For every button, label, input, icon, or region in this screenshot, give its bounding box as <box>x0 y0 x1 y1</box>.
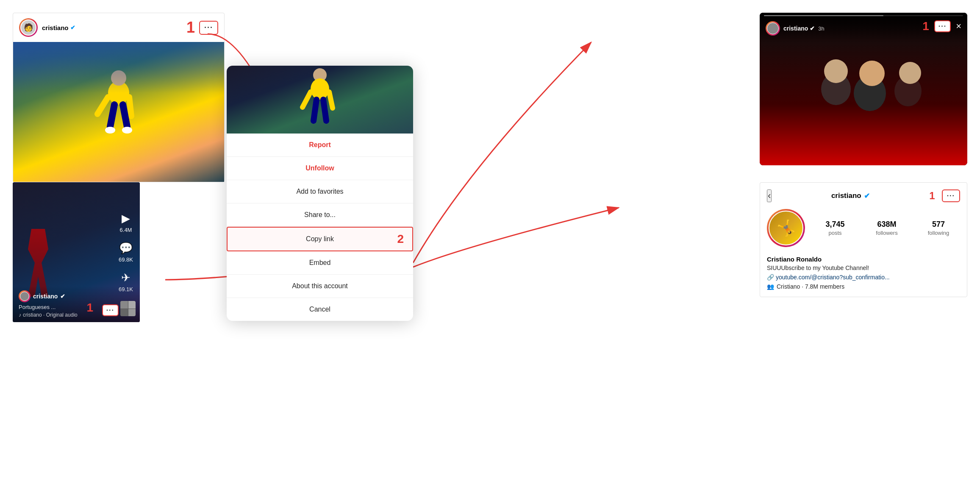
report-option[interactable]: Report <box>227 134 413 157</box>
copy-link-option[interactable]: Copy link 2 <box>227 227 413 251</box>
post-more-button[interactable]: ··· <box>199 21 218 35</box>
story-verified: ✔ <box>810 25 815 32</box>
reel-views-stat: ▶ 6.4M <box>120 212 132 233</box>
annotation-label-1: 1 <box>186 19 195 36</box>
modal-player-silhouette <box>292 66 347 134</box>
profile-actions: 1 ··· <box>929 189 960 202</box>
stat-posts: 3,745 posts <box>813 220 857 237</box>
story-card: cristiano ✔ 3h 1 ··· × <box>760 13 967 165</box>
post-image <box>13 42 224 182</box>
story-avatar <box>766 21 780 36</box>
story-annotation-1: 1 <box>922 19 929 33</box>
reel-username: cristiano <box>33 293 58 300</box>
profile-avatar-large: 🤸 <box>767 209 805 247</box>
followers-count: 638M <box>865 220 908 229</box>
svg-line-4 <box>110 105 114 127</box>
add-favorites-option[interactable]: Add to favorites <box>227 180 413 203</box>
reel-stats: ▶ 6.4M 💬 69.8K ✈ 69.1K <box>119 212 133 292</box>
share-to-option[interactable]: Share to... <box>227 203 413 227</box>
svg-line-3 <box>129 97 131 116</box>
reel-username-row: cristiano ✔ <box>19 290 134 302</box>
post-card: 🧑 cristiano ✔ 1 ··· <box>13 13 225 182</box>
profile-back-button[interactable]: ‹ <box>767 189 772 202</box>
svg-line-13 <box>323 100 326 121</box>
profile-bio: SIUUUbscribe to my Youtube Channel! <box>767 264 960 271</box>
svg-line-12 <box>314 100 316 121</box>
story-close-button[interactable]: × <box>956 21 961 32</box>
posts-label: posts <box>828 230 841 236</box>
svg-point-15 <box>824 59 848 83</box>
profile-full-name: Cristiano Ronaldo <box>767 256 960 263</box>
svg-line-5 <box>123 105 127 127</box>
svg-point-9 <box>311 78 329 100</box>
svg-line-2 <box>97 97 108 114</box>
svg-point-19 <box>899 62 921 84</box>
profile-top-bar: ‹ cristiano ✔ 1 ··· <box>767 189 960 202</box>
story-header: cristiano ✔ 3h 1 ··· × <box>760 13 967 40</box>
svg-line-10 <box>303 92 311 107</box>
post-header-left: 🧑 cristiano ✔ <box>19 18 75 37</box>
profile-group: 👥 Cristiano · 7.8M members <box>767 283 960 290</box>
profile-username: cristiano <box>831 192 861 200</box>
profile-link[interactable]: 🔗 youtube.com/@cristiano?sub_confirmatio… <box>767 274 960 281</box>
reel-comments: 69.8K <box>119 256 133 263</box>
profile-annotation-1: 1 <box>929 190 935 202</box>
share-icon: ✈ <box>121 271 130 284</box>
annotation-label-2: 2 <box>397 232 404 246</box>
following-label: following <box>928 230 949 236</box>
story-username-text: cristiano <box>783 25 808 32</box>
avatar-ring: 🧑 <box>19 18 38 37</box>
context-menu-modal: Report Unfollow Add to favorites Share t… <box>227 66 413 321</box>
story-controls: 1 ··· × <box>922 19 961 33</box>
thumb-2 <box>128 301 136 309</box>
cancel-option[interactable]: Cancel <box>227 298 413 321</box>
reel-views: 6.4M <box>120 227 132 233</box>
comment-icon: 💬 <box>119 242 133 255</box>
reel-thumbnail-grid <box>120 301 136 316</box>
reel-comments-stat: 💬 69.8K <box>119 242 133 263</box>
link-icon: 🔗 <box>767 274 774 281</box>
post-username: cristiano <box>42 24 69 31</box>
stat-followers: 638M followers <box>865 220 908 237</box>
reel-card: ▶ 6.4M 💬 69.8K ✈ 69.1K cristiano ✔ Portu… <box>13 182 140 322</box>
thumb-4 <box>128 309 136 317</box>
modal-post-preview <box>227 66 413 134</box>
thumb-3 <box>120 309 128 317</box>
music-icon: ♪ <box>19 312 21 318</box>
story-time: 3h <box>818 25 824 32</box>
profile-avatar-large-inner: 🤸 <box>769 211 803 245</box>
profile-more-button[interactable]: ··· <box>942 189 960 202</box>
copy-link-label: Copy link <box>306 235 334 242</box>
reel-background: ▶ 6.4M 💬 69.8K ✈ 69.1K cristiano ✔ Portu… <box>13 182 140 322</box>
thumb-1 <box>120 301 128 309</box>
following-count: 577 <box>917 220 960 229</box>
svg-point-17 <box>859 61 885 86</box>
group-icon: 👥 <box>767 283 774 290</box>
reel-annotation-label: 1 <box>86 301 93 315</box>
profile-stats-row: 🤸 3,745 posts 638M followers 577 followi… <box>767 209 960 247</box>
story-username-group: cristiano ✔ <box>783 25 815 32</box>
profile-verified: ✔ <box>864 192 870 200</box>
story-avatar-inner <box>767 22 779 34</box>
followers-label: followers <box>876 230 897 236</box>
avatar: 🧑 <box>20 19 36 36</box>
profile-group-text: Cristiano · 7.8M members <box>777 283 844 290</box>
about-account-option[interactable]: About this account <box>227 275 413 298</box>
story-more-button[interactable]: ··· <box>934 20 951 32</box>
svg-point-7 <box>122 127 132 134</box>
reel-avatar <box>20 292 29 301</box>
stadium-bg <box>13 42 224 93</box>
unfollow-option[interactable]: Unfollow <box>227 157 413 180</box>
story-background: cristiano ✔ 3h 1 ··· × <box>760 13 967 165</box>
reel-more-button[interactable]: ··· <box>102 304 119 316</box>
embed-option[interactable]: Embed <box>227 251 413 275</box>
stat-following: 577 following <box>917 220 960 237</box>
svg-point-6 <box>105 127 115 134</box>
story-players <box>760 38 967 165</box>
reel-verified: ✔ <box>60 293 65 300</box>
story-user-info: cristiano ✔ 3h <box>766 21 825 36</box>
verified-icon: ✔ <box>70 24 75 31</box>
posts-count: 3,745 <box>813 220 857 229</box>
story-username: cristiano ✔ <box>783 25 815 32</box>
post-header: 🧑 cristiano ✔ 1 ··· <box>13 13 224 42</box>
